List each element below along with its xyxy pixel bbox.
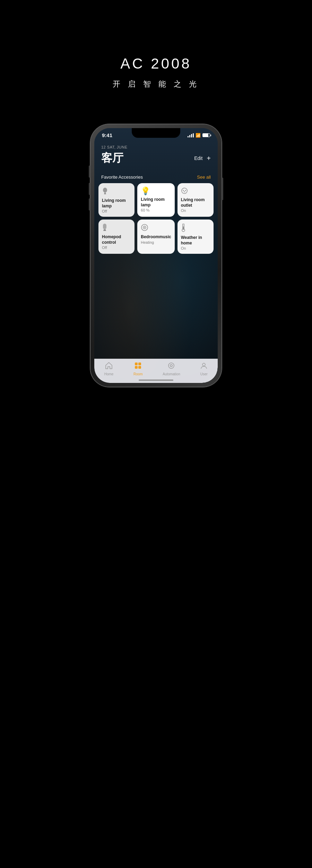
acc-status-0: Off [102, 209, 107, 213]
svg-point-0 [103, 188, 107, 193]
svg-rect-1 [104, 193, 106, 194]
phone-screen: 9:41 📶 [94, 128, 218, 383]
svg-rect-7 [103, 224, 106, 229]
add-button[interactable]: + [207, 154, 211, 162]
svg-rect-8 [104, 229, 106, 230]
acc-name-4: Bedroommusic [141, 234, 171, 240]
svg-point-12 [144, 227, 145, 228]
accessories-grid: Living room lamp Off 💡 Living room lamp … [94, 183, 218, 254]
see-all-button[interactable]: See all [197, 175, 211, 180]
room-title: 客厅 [101, 151, 123, 166]
hero-subtitle: 开 启 智 能 之 光 [113, 79, 200, 89]
acc-name-2: Living room outlet [181, 197, 210, 208]
notch [132, 128, 180, 138]
signal-icon [188, 133, 194, 137]
section-title: Favorite Accessories [101, 175, 143, 180]
acc-name-1: Living room lamp [141, 197, 171, 208]
acc-name-0: Living room lamp [102, 198, 131, 209]
accessory-card-0[interactable]: Living room lamp Off [98, 183, 135, 217]
phone-frame: 9:41 📶 [90, 124, 222, 387]
homepod-icon [102, 224, 107, 232]
home-indicator [139, 379, 173, 381]
svg-rect-9 [103, 230, 106, 231]
accessory-card-1[interactable]: 💡 Living room lamp 60 % [137, 183, 174, 217]
svg-rect-15 [183, 226, 184, 230]
svg-point-5 [185, 190, 186, 191]
status-time: 9:41 [102, 132, 112, 138]
accessory-card-2[interactable]: Living room outlet On [177, 183, 214, 217]
acc-name-3: Homepod control [102, 234, 131, 245]
acc-status-3: Off [102, 245, 107, 250]
svg-rect-6 [184, 191, 185, 192]
date-text: 12 SAT, JUNE [101, 145, 211, 149]
svg-point-4 [183, 190, 184, 191]
room-row: 客厅 Edit + [101, 151, 211, 166]
battery-icon [202, 133, 210, 137]
acc-status-2: On [181, 208, 186, 213]
accessory-card-4[interactable]: Bedroommusic Heating [137, 220, 174, 254]
acc-status-4: Heating [141, 240, 154, 244]
acc-name-5: Weather in home [181, 235, 210, 246]
wifi-icon: 📶 [196, 133, 201, 138]
accessory-card-3[interactable]: Homepod control Off [98, 220, 135, 254]
content-layer: 9:41 📶 [94, 128, 218, 383]
lamp-on-icon: 💡 [141, 187, 150, 195]
section-header: Favorite Accessories See all [94, 169, 218, 183]
accessory-card-5[interactable]: Weather in home On [177, 220, 214, 254]
acc-status-1: 60 % [141, 208, 149, 212]
app-header: 12 SAT, JUNE 客厅 Edit + [94, 138, 218, 169]
edit-button[interactable]: Edit [194, 155, 202, 161]
outlet-icon [181, 187, 188, 195]
hero-section: AC 2008 开 启 智 能 之 光 [113, 55, 200, 89]
hero-title: AC 2008 [113, 55, 200, 72]
room-scene [94, 254, 218, 383]
lamp-off-icon [102, 187, 108, 196]
music-icon [141, 224, 148, 232]
status-icons: 📶 [188, 133, 210, 138]
svg-point-3 [182, 188, 187, 194]
svg-rect-2 [104, 194, 106, 194]
acc-status-5: On [181, 246, 186, 250]
thermometer-icon [181, 224, 186, 233]
phone-wrapper: 9:41 📶 [90, 124, 222, 387]
header-actions: Edit + [194, 154, 211, 162]
